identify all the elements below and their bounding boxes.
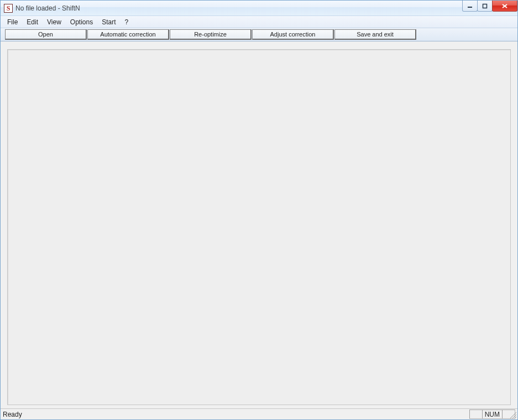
statusbar: Ready NUM	[1, 408, 517, 419]
close-button[interactable]	[492, 1, 517, 12]
menubar: File Edit View Options Start ?	[1, 16, 517, 28]
status-num-indicator: NUM	[482, 410, 503, 419]
menu-file[interactable]: File	[3, 17, 22, 27]
app-icon-letter: S	[7, 5, 11, 12]
toolbar: Open Automatic correction Re-optimize Ad…	[1, 28, 517, 41]
svg-line-6	[515, 417, 516, 418]
grip-icon	[508, 410, 517, 419]
image-canvas[interactable]	[7, 49, 511, 405]
minimize-button[interactable]	[462, 1, 478, 12]
menu-start[interactable]: Start	[97, 17, 120, 27]
menu-edit[interactable]: Edit	[22, 17, 43, 27]
automatic-correction-button[interactable]: Automatic correction	[87, 29, 169, 40]
minimize-icon	[467, 3, 473, 9]
svg-rect-1	[483, 4, 487, 8]
status-text: Ready	[3, 411, 22, 418]
maximize-button[interactable]	[477, 1, 493, 12]
resize-grip[interactable]	[508, 410, 517, 419]
menu-options[interactable]: Options	[66, 17, 97, 27]
workspace-container	[1, 41, 517, 408]
menu-help[interactable]: ?	[121, 17, 133, 27]
window-title: No file loaded - ShiftN	[15, 4, 80, 12]
re-optimize-button[interactable]: Re-optimize	[170, 29, 252, 40]
menu-view[interactable]: View	[43, 17, 66, 27]
svg-line-5	[512, 414, 516, 418]
save-and-exit-button[interactable]: Save and exit	[334, 29, 416, 40]
status-cell-blank1	[469, 410, 483, 419]
maximize-icon	[482, 3, 488, 9]
open-button[interactable]: Open	[5, 29, 87, 40]
app-icon[interactable]: S	[4, 4, 13, 13]
close-icon	[501, 3, 508, 9]
app-window: S No file loaded - ShiftN File Edit View…	[0, 0, 518, 420]
titlebar[interactable]: S No file loaded - ShiftN	[1, 1, 517, 16]
window-controls	[463, 1, 517, 12]
adjust-correction-button[interactable]: Adjust correction	[252, 29, 334, 40]
